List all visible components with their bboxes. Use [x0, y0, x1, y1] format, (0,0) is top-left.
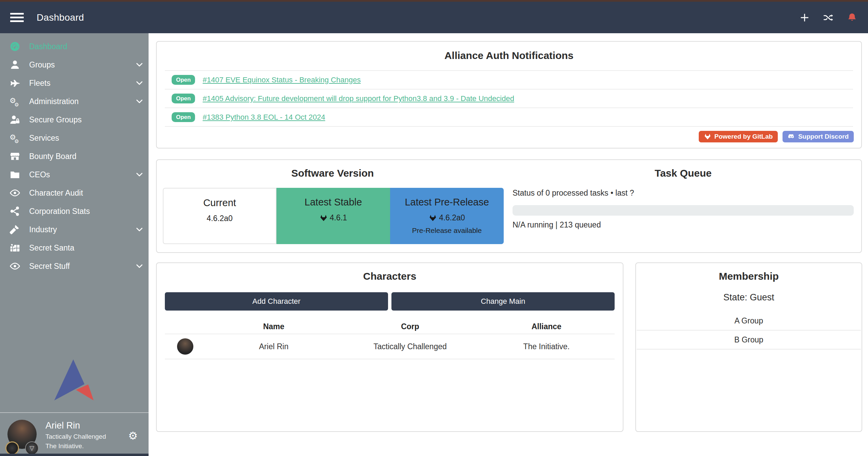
sidebar-item-dashboard[interactable]: Dashboard	[0, 37, 149, 56]
gitlab-icon	[704, 133, 711, 140]
software-version-section: Software Version Current 4.6.2a0 Latest …	[157, 160, 508, 252]
membership-state: State: Guest	[637, 292, 861, 303]
discord-badge[interactable]: Support Discord	[783, 131, 854, 142]
notification-link[interactable]: #1407 EVE Equinox Status - Breaking Chan…	[202, 76, 361, 84]
characters-title: Characters	[165, 271, 615, 282]
sidebar-item-label: Groups	[29, 60, 55, 70]
sidebar-item-label: Administration	[29, 97, 79, 106]
gitlab-icon	[429, 214, 437, 222]
sidebar-item-secure-groups[interactable]: Secure Groups	[0, 111, 149, 129]
sidebar-item-label: Secret Santa	[29, 243, 74, 253]
folder-icon	[9, 169, 21, 180]
jet-icon	[9, 78, 21, 88]
sidebar-item-label: Corporation Stats	[29, 207, 90, 216]
eye-icon	[9, 187, 21, 198]
shuffle-icon[interactable]	[823, 13, 833, 23]
sidebar-item-secret-stuff[interactable]: Secret Stuff	[0, 257, 149, 275]
user-name: Ariel Rin	[45, 420, 106, 431]
user-corp: Tactically Challenged	[45, 433, 106, 440]
gitlab-badge[interactable]: Powered by GitLab	[699, 131, 778, 142]
hammer-icon	[9, 224, 21, 235]
avatar: ▽	[7, 420, 38, 450]
software-task-panel: Software Version Current 4.6.2a0 Latest …	[156, 159, 862, 253]
sidebar-item-label: Fleets	[29, 79, 51, 88]
version-box-label: Current	[163, 197, 276, 209]
sidebar-item-corporation-stats[interactable]: Corporation Stats	[0, 202, 149, 220]
column-header-name: Name	[206, 322, 342, 331]
sidebar-item-fleets[interactable]: Fleets	[0, 74, 149, 92]
notification-link[interactable]: #1383 Python 3.8 EOL - 14 Oct 2024	[202, 113, 325, 122]
gitlab-icon	[320, 214, 328, 222]
user-panel: ▽ Ariel Rin Tactically Challenged The In…	[0, 416, 149, 454]
add-character-button[interactable]: Add Character	[165, 292, 388, 311]
bell-icon[interactable]	[847, 13, 857, 23]
person-lock-icon	[9, 114, 21, 125]
prerelease-note: Pre-Release available	[390, 226, 504, 235]
user-alliance: The Initiative.	[45, 442, 106, 450]
version-box-current: Current 4.6.2a0	[163, 188, 276, 244]
sidebar-item-label: Dashboard	[29, 42, 67, 51]
sidebar-item-secret-santa[interactable]: Secret Santa	[0, 239, 149, 257]
chevron-down-icon	[135, 60, 144, 69]
gauge-icon	[9, 41, 21, 52]
chevron-down-icon	[135, 225, 144, 234]
notification-row: Open #1405 Advisory: Future development …	[165, 90, 853, 108]
sidebar-item-services[interactable]: ⚙⚙ Services	[0, 129, 149, 147]
version-box-stable: Latest Stable 4.6.1	[276, 188, 390, 244]
sidebar-item-character-audit[interactable]: Character Audit	[0, 184, 149, 202]
svg-text:⚙: ⚙	[128, 430, 138, 441]
menu-toggle-icon[interactable]	[10, 12, 24, 23]
cogs-icon: ⚙⚙	[9, 96, 21, 107]
topbar-actions	[799, 13, 857, 23]
sidebar: Dashboard Groups Fleets ⚙⚙ Administratio…	[0, 33, 149, 456]
sidebar-item-industry[interactable]: Industry	[0, 220, 149, 239]
list-item-group: A Group	[637, 312, 861, 331]
notifications-panel: Alliance Auth Notifications Open #1407 E…	[156, 41, 862, 148]
sidebar-item-ceos[interactable]: CEOs	[0, 165, 149, 184]
gifts-icon	[9, 242, 21, 253]
corp-logo	[5, 441, 19, 455]
software-version-title: Software Version	[157, 167, 508, 179]
cell-corp: Tactically Challenged	[342, 342, 478, 351]
status-badge: Open	[172, 112, 195, 122]
sidebar-item-groups[interactable]: Groups	[0, 56, 149, 74]
version-number: 4.6.2a0	[439, 213, 465, 222]
version-number: 4.6.1	[330, 213, 347, 222]
status-badge: Open	[172, 94, 195, 103]
store-icon	[9, 151, 21, 162]
gitlab-badge-label: Powered by GitLab	[714, 133, 773, 140]
alliance-logo: ▽	[25, 441, 39, 455]
chevron-down-icon	[135, 262, 144, 271]
sidebar-divider	[0, 412, 149, 413]
chevron-down-icon	[135, 170, 144, 179]
character-avatar	[177, 338, 193, 355]
membership-title: Membership	[637, 271, 861, 282]
page-title: Dashboard	[37, 12, 84, 23]
svg-text:⚙: ⚙	[14, 102, 19, 107]
cell-alliance: The Initiative.	[478, 342, 615, 351]
cogs-icon: ⚙⚙	[9, 133, 21, 143]
table-row[interactable]: Ariel Rin Tactically Challenged The Init…	[165, 334, 615, 359]
sidebar-item-administration[interactable]: ⚙⚙ Administration	[0, 92, 149, 111]
person-icon	[9, 59, 21, 70]
plus-icon[interactable]	[799, 13, 810, 23]
gear-icon[interactable]: ⚙	[128, 429, 140, 441]
task-status-line: Status of 0 processed tasks • last ?	[513, 189, 854, 198]
column-header-alliance: Alliance	[478, 322, 615, 331]
notifications-title: Alliance Auth Notifications	[165, 50, 853, 61]
task-queue-title: Task Queue	[513, 167, 854, 179]
sidebar-item-bounty-board[interactable]: Bounty Board	[0, 147, 149, 165]
sidebar-item-label: Character Audit	[29, 189, 83, 198]
version-box-label: Latest Stable	[276, 197, 390, 208]
change-main-button[interactable]: Change Main	[391, 292, 615, 311]
chevron-down-icon	[135, 97, 144, 106]
share-icon	[9, 206, 21, 217]
discord-icon	[788, 133, 795, 140]
sidebar-item-label: Bounty Board	[29, 152, 76, 161]
cell-name: Ariel Rin	[206, 342, 342, 351]
eye-icon	[9, 261, 21, 272]
notification-link[interactable]: #1405 Advisory: Future development will …	[202, 94, 514, 103]
notification-row: Open #1407 EVE Equinox Status - Breaking…	[165, 71, 853, 90]
task-queue-line: N/A running | 213 queued	[513, 220, 854, 230]
chevron-down-icon	[135, 79, 144, 87]
